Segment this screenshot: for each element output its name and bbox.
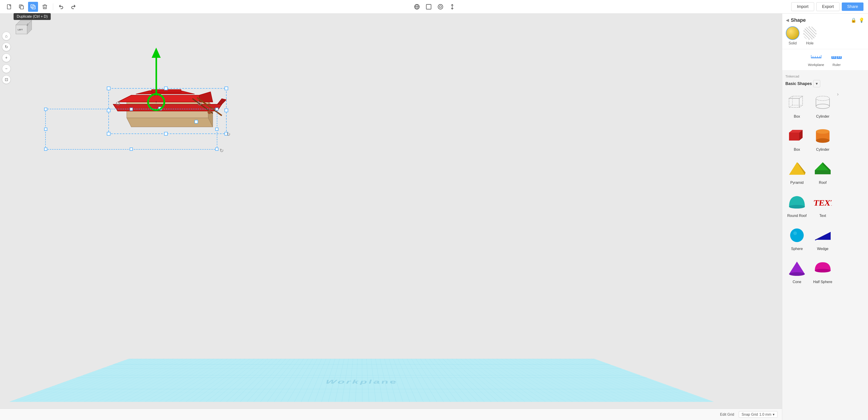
svg-marker-20 — [217, 99, 226, 104]
separator-1 — [53, 3, 53, 10]
hole-circle — [803, 26, 817, 40]
svg-point-62 — [816, 104, 830, 109]
edit-grid-button[interactable]: Edit Grid — [720, 413, 734, 417]
svg-point-59 — [816, 96, 830, 101]
shape-item-roof-green[interactable]: Roof — [811, 157, 834, 187]
shape-panel-icons: 🔒 💡 — [851, 18, 864, 23]
shape-icon-pyramid-yellow — [787, 159, 807, 179]
shape-item-cylinder-orange[interactable]: Cylinder — [811, 123, 834, 154]
rotate-handle-left[interactable]: ↺ — [116, 100, 121, 107]
svg-point-67 — [816, 129, 830, 134]
align-icon[interactable] — [447, 2, 457, 12]
shape-item-cylinder-wire[interactable]: Cylinder — [811, 90, 834, 121]
svg-rect-51 — [838, 56, 839, 58]
svg-rect-45 — [817, 56, 818, 58]
shape-icon-cylinder-orange — [812, 126, 833, 146]
duplicate-button[interactable] — [28, 2, 38, 12]
shape-label-sphere-cyan: Sphere — [791, 247, 803, 251]
solid-option[interactable]: Solid — [786, 26, 799, 45]
fit-view-button[interactable]: ⊡ — [2, 75, 11, 84]
svg-rect-63 — [789, 133, 799, 141]
shape-item-roundroof-teal[interactable]: Round Roof — [785, 190, 808, 220]
svg-text:LEFT: LEFT — [18, 29, 23, 31]
shape-item-halfsphere-magenta[interactable]: Half Sphere — [811, 256, 834, 286]
shapes-library: Tinkercad Basic Shapes ▾ Box Cylinder — [782, 71, 868, 289]
rotate-view-button[interactable]: ↻ — [2, 43, 11, 51]
move-arrow[interactable]: ↑ — [149, 48, 163, 111]
rotate-handle-right[interactable]: ↻ — [197, 100, 202, 107]
shape-icon[interactable] — [424, 2, 434, 12]
workplane-label: Workplane — [808, 63, 824, 67]
svg-point-77 — [793, 231, 797, 235]
svg-rect-2 — [31, 4, 34, 8]
shape-icon-cylinder-wire — [812, 93, 833, 113]
redo-button[interactable] — [68, 2, 78, 12]
svg-point-81 — [789, 272, 805, 276]
lock-icon[interactable]: 🔒 — [851, 18, 857, 23]
shape-label-cone-purple: Cone — [793, 280, 801, 284]
svg-rect-0 — [7, 4, 11, 9]
svg-rect-44 — [815, 56, 815, 58]
light-icon[interactable]: 💡 — [859, 18, 864, 23]
bottom-bar: Edit Grid Snap Grid 1.0 mm ▾ — [0, 409, 782, 420]
shape-item-wedge-navy[interactable]: Wedge — [811, 223, 834, 253]
shape-label-text-red: Text — [819, 214, 826, 218]
shape-item-pyramid-yellow[interactable]: Pyramid — [785, 157, 808, 187]
svg-rect-33 — [107, 132, 110, 135]
import-button[interactable]: Import — [791, 2, 814, 11]
svg-rect-1 — [20, 6, 24, 9]
svg-marker-80 — [789, 261, 805, 274]
shape-panel-collapse-icon[interactable]: ◀ — [786, 18, 789, 23]
ruler-tool[interactable]: Ruler — [831, 53, 842, 67]
shapes-grid-wrapper: Box Cylinder Box Cylinder Pyramid Roof R… — [784, 89, 866, 287]
shape-item-box-red[interactable]: Box — [785, 123, 808, 154]
layers-icon[interactable] — [435, 2, 445, 12]
shape-icon-roundroof-teal — [787, 192, 807, 213]
shape-item-sphere-cyan[interactable]: Sphere — [785, 223, 808, 253]
expand-shapes-button[interactable]: › — [835, 89, 840, 99]
house-model[interactable]: ↻ — [86, 54, 244, 141]
svg-rect-3 — [32, 6, 35, 9]
right-panel: ◀ Shape 🔒 💡 Solid Hole — [782, 13, 868, 420]
zoom-in-button[interactable]: + — [2, 54, 11, 62]
shape-label-cylinder-orange: Cylinder — [816, 147, 830, 151]
model-container[interactable]: ↑ ↺ ↻ — [86, 54, 244, 157]
shape-panel-title: Shape — [791, 17, 806, 23]
snap-grid-control[interactable]: Snap Grid 1.0 mm ▾ — [739, 411, 777, 418]
shape-label-roof-green: Roof — [819, 180, 827, 185]
perspective-icon[interactable] — [412, 2, 422, 12]
shape-icon-sphere-cyan — [787, 225, 807, 246]
svg-rect-52 — [840, 56, 840, 58]
new-button[interactable] — [4, 2, 14, 12]
zoom-out-button[interactable]: − — [2, 64, 11, 73]
svg-rect-32 — [225, 87, 228, 90]
svg-point-9 — [439, 6, 442, 8]
undo-button[interactable] — [56, 2, 66, 12]
shape-item-cone-purple[interactable]: Cone — [785, 256, 808, 286]
hole-option[interactable]: Hole — [803, 26, 817, 45]
shape-item-text-red[interactable]: TEXT Text — [811, 190, 834, 220]
solid-circle — [786, 26, 799, 40]
shape-item-box-wire[interactable]: Box — [785, 90, 808, 121]
cube-indicator[interactable]: LEFT RT — [13, 18, 32, 36]
shape-icon-box-red — [787, 126, 807, 146]
copy-button[interactable] — [16, 2, 26, 12]
export-button[interactable]: Export — [816, 2, 839, 11]
workplane-label: Workplane — [324, 379, 399, 385]
home-view-button[interactable]: ⌂ — [2, 32, 11, 40]
svg-rect-7 — [426, 4, 431, 9]
svg-point-27 — [208, 110, 211, 114]
library-name-row: Basic Shapes ▾ — [784, 80, 866, 87]
share-button[interactable]: Share — [842, 2, 864, 11]
workplane-tool[interactable]: Workplane — [808, 53, 824, 67]
delete-button[interactable] — [40, 2, 50, 12]
snap-grid-dropdown-icon: ▾ — [773, 412, 775, 417]
viewport[interactable]: ⌂ ↻ + − ⊡ LEFT RT Workplane — [0, 13, 782, 420]
svg-rect-36 — [164, 132, 167, 135]
library-dropdown-button[interactable]: ▾ — [813, 80, 820, 87]
svg-rect-42 — [821, 55, 822, 58]
svg-rect-43 — [813, 56, 813, 58]
shape-label-pyramid-yellow: Pyramid — [790, 180, 804, 185]
svg-point-68 — [816, 138, 830, 143]
workplane: Workplane — [9, 359, 714, 402]
